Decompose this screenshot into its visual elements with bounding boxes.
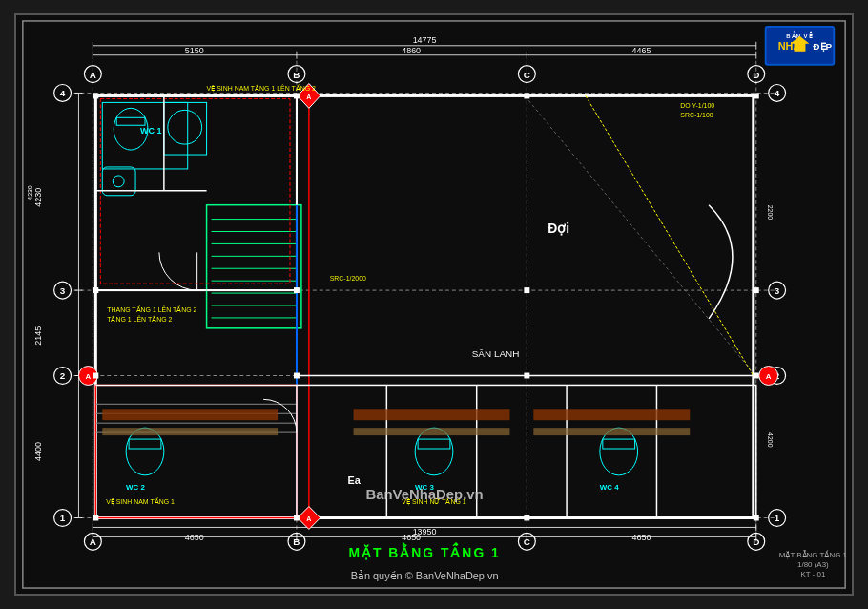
svg-rect-166 [93,93,98,98]
svg-text:SRC-1/2000: SRC-1/2000 [330,275,366,282]
svg-text:4400: 4400 [33,442,43,461]
svg-text:4200: 4200 [767,432,774,448]
svg-text:TẦNG 1 LÊN TẦNG 2: TẦNG 1 LÊN TẦNG 2 [107,315,172,323]
svg-text:A: A [766,372,772,381]
svg-text:4230: 4230 [27,185,33,200]
svg-rect-118 [102,409,278,420]
floor-plan-svg: 14775 5150 4860 4465 [16,15,852,594]
svg-text:4: 4 [775,88,780,98]
svg-text:4650: 4650 [632,533,651,542]
svg-rect-169 [754,93,759,98]
svg-text:4: 4 [60,88,66,98]
svg-text:4650: 4650 [185,533,204,542]
svg-text:SÂN LANH: SÂN LANH [472,348,520,359]
svg-rect-174 [93,373,98,379]
svg-text:5150: 5150 [185,46,204,55]
svg-text:Đợi: Đợi [548,220,569,236]
svg-text:Bản quyền © BanVeNhaDep.vn: Bản quyền © BanVeNhaDep.vn [351,570,499,581]
main-container: 14775 5150 4860 4465 [0,0,868,609]
svg-text:WC 2: WC 2 [126,483,145,492]
svg-rect-175 [294,373,300,379]
svg-text:4650: 4650 [402,533,421,542]
svg-rect-176 [524,373,529,379]
svg-text:SRC-1/100: SRC-1/100 [680,112,713,118]
svg-rect-179 [294,515,300,521]
svg-text:4465: 4465 [632,46,651,55]
svg-rect-167 [294,93,300,98]
svg-text:DO Y-1/100: DO Y-1/100 [680,102,714,109]
svg-rect-172 [524,287,529,293]
svg-text:D: D [753,70,759,80]
svg-rect-168 [524,93,529,98]
svg-text:WC 4: WC 4 [600,483,619,492]
svg-rect-119 [354,409,510,420]
svg-text:2: 2 [60,370,66,381]
svg-text:BanVeNhaDep.vn: BanVeNhaDep.vn [365,487,483,502]
svg-text:A: A [306,94,311,100]
svg-rect-171 [294,287,300,293]
blueprint-wrapper: 14775 5150 4860 4465 [14,13,854,596]
svg-text:KT - 01: KT - 01 [800,570,825,578]
svg-text:MẶT BẰNG TẦNG 1: MẶT BẰNG TẦNG 1 [348,542,500,560]
svg-text:VỆ SINH NAM TẦNG 1: VỆ SINH NAM TẦNG 1 [106,497,175,506]
svg-text:2145: 2145 [33,326,43,346]
svg-rect-173 [754,287,759,293]
svg-text:A: A [86,372,92,381]
svg-text:3: 3 [775,285,780,296]
svg-text:1: 1 [775,513,780,523]
svg-rect-120 [533,409,690,420]
svg-text:2200: 2200 [767,205,774,220]
svg-text:A: A [90,70,96,80]
svg-text:1/80 (A3): 1/80 (A3) [797,560,829,569]
svg-rect-122 [354,428,510,435]
svg-text:A: A [306,515,311,522]
svg-rect-121 [102,428,278,435]
svg-text:C: C [524,70,530,80]
svg-rect-180 [524,515,529,521]
svg-text:ĐẸP: ĐẸP [813,41,832,52]
svg-rect-170 [93,287,98,293]
svg-text:4230: 4230 [33,188,43,207]
svg-rect-177 [754,373,759,379]
svg-text:3: 3 [60,285,66,296]
svg-text:14775: 14775 [413,35,437,45]
svg-rect-178 [93,515,98,521]
svg-text:VỆ SINH NAM TẦNG 1 LÊN TẦNG 2: VỆ SINH NAM TẦNG 1 LÊN TẦNG 2 [207,84,317,93]
svg-text:B: B [293,70,300,80]
svg-text:MẶT BẰNG TẦNG 1: MẶT BẰNG TẦNG 1 [779,550,848,559]
svg-text:1: 1 [60,513,66,523]
svg-text:WC 1: WC 1 [140,126,161,136]
svg-rect-123 [533,428,690,435]
svg-text:Ea: Ea [348,474,362,486]
svg-text:4860: 4860 [402,46,421,55]
svg-rect-181 [754,515,759,521]
svg-text:THANG TẦNG 1 LÊN TẦNG 2: THANG TẦNG 1 LÊN TẦNG 2 [107,305,196,313]
